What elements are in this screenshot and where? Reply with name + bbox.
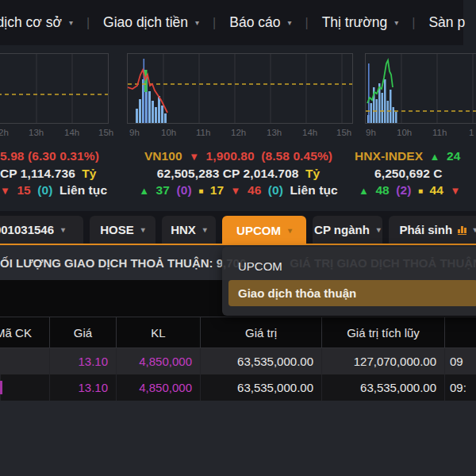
cell-time: 09 <box>444 348 476 374</box>
x-tick: 9h <box>366 128 376 137</box>
x-tick: 11h <box>432 128 447 137</box>
tab-phai-sinh[interactable]: Phái sinh ▾ <box>389 216 476 244</box>
decliners-count: 46 <box>248 183 261 197</box>
x-tick: 13h <box>267 128 282 137</box>
empty-footer-area <box>0 401 476 476</box>
col-header-kl: KL <box>116 317 200 347</box>
nav-label: Báo cáo <box>229 14 280 31</box>
deal-volume-text: ỐI LƯỢNG GIAO DỊCH THOẢ THUẬN: 9,700 <box>0 256 246 270</box>
index-hnx-title: HNX-INDEX ▲ 24 <box>355 149 463 163</box>
index-vn100-volume: 62,505,283 CP 2,014.708 Tỷ <box>127 167 353 181</box>
volume-value: CP 1,114.736 <box>0 167 75 180</box>
ceiling-count: (2) <box>396 183 411 197</box>
nav-label: Giao dịch tiền <box>103 14 188 31</box>
down-arrow-icon: ▼ <box>0 185 10 197</box>
cell-time: 09: <box>444 374 476 401</box>
down-arrow-icon: ▼ <box>189 151 199 163</box>
tab-label: HOSE <box>100 223 134 236</box>
x-tick: 10h <box>161 128 176 137</box>
chart-x-axis-labels: 2h 13h 14h 15h 9h 10h 11h 12h 13h 14h 15… <box>0 128 476 140</box>
cell-volume: 4,850,000 <box>116 348 200 374</box>
chevron-down-icon: ▾ <box>288 226 292 235</box>
upcom-dropdown-menu: UPCOM Giao dịch thỏa thuận <box>222 247 476 316</box>
volume-value: 62,505,283 CP 2,014.708 <box>157 167 299 180</box>
tab-upcom[interactable]: UPCOM ▾ <box>222 216 306 245</box>
cell-value: 63,535,000.00 <box>200 374 321 401</box>
down-arrow-icon: ▼ <box>450 185 460 197</box>
x-tick: 13h <box>29 128 44 137</box>
nav-label: o dịch cơ sở <box>0 14 62 31</box>
index-chart-vn100 <box>127 53 353 124</box>
index-vn100-breadth: ▲ 37 (0) ■ 17 ▼ 46 (0) Liên tục <box>127 183 353 198</box>
index-left-volume: CP 1,114.736 Tỷ <box>0 167 100 181</box>
tab-hose[interactable]: HOSE ▾ <box>90 216 155 244</box>
nav-item-thi-truong[interactable]: Thị trường ▾ <box>309 14 413 31</box>
volume-unit: Tỷ <box>82 167 96 180</box>
col-header-gia: Giá <box>49 317 116 347</box>
index-value: 24 <box>447 149 460 163</box>
nav-item-san-phai-sinh[interactable]: Sàn p <box>415 14 476 31</box>
x-tick: 1 <box>469 128 474 137</box>
col-header-gia-tri: Giá trị <box>200 317 321 347</box>
index-name: VN100 <box>144 149 182 163</box>
chevron-down-icon: ▾ <box>203 225 207 234</box>
session-status: Liên tục <box>290 183 338 197</box>
tab-hnx[interactable]: HNX ▾ <box>162 216 216 244</box>
index-name: HNX-INDEX <box>355 149 423 163</box>
tab-label: HNX <box>171 223 196 236</box>
x-tick: 15h <box>98 128 113 137</box>
cell-cumulative-value: 127,070,000.00 <box>321 348 444 374</box>
top-nav: o dịch cơ sở ▾ | Giao dịch tiền ▾ | Báo … <box>0 0 463 45</box>
deal-table-row[interactable]: 13.10 4,850,000 63,535,000.00 63,535,000… <box>0 374 476 401</box>
x-tick: 11h <box>196 128 210 137</box>
nav-item-giao-dich-tien[interactable]: Giao dịch tiền ▾ <box>90 14 213 31</box>
decliners-count: 15 <box>17 183 30 197</box>
tab-label: CP ngành <box>314 223 370 236</box>
col-header-time <box>444 317 476 347</box>
chevron-down-icon: ▾ <box>287 18 291 27</box>
nav-item-giao-dich-co-so[interactable]: o dịch cơ sở ▾ <box>0 14 86 31</box>
up-arrow-icon: ▲ <box>359 185 369 197</box>
up-arrow-icon: ▲ <box>430 151 440 163</box>
dropdown-item-upcom[interactable]: UPCOM <box>228 253 476 279</box>
ticker-fragment <box>0 381 2 394</box>
col-header-ma-ck: Mã CK <box>0 317 49 347</box>
unchanged-count: 17 <box>210 183 224 197</box>
x-tick: 14h <box>302 128 317 137</box>
index-hnx-volume: 6,250,692 C <box>374 167 446 181</box>
x-tick: 12h <box>231 128 246 137</box>
down-arrow-icon: ▼ <box>231 185 241 197</box>
volume-value: 6,250,692 C <box>374 167 443 180</box>
dropdown-item-giao-dich-thoa-thuan[interactable]: Giao dịch thỏa thuận <box>228 280 476 306</box>
index-vn100-title: VN100 ▼ 1,900.80 (8.58 0.45%) <box>127 149 353 163</box>
nav-label: Thị trường <box>322 14 388 31</box>
col-header-tich-luy: Giá trị tích lũy <box>321 317 444 347</box>
tab-label: Phái sinh <box>399 223 452 236</box>
cell-value: 63,535,000.00 <box>200 348 321 374</box>
x-tick: 10h <box>397 128 412 137</box>
market-tab-bar: 001031546 ▾ HOSE ▾ HNX ▾ UPCOM ▾ CP ngàn… <box>0 211 476 245</box>
tab-label: 001031546 <box>0 223 54 236</box>
tab-account[interactable]: 001031546 ▾ <box>0 216 83 244</box>
chevron-down-icon: ▾ <box>69 18 73 27</box>
chevron-down-icon: ▾ <box>61 225 65 234</box>
nav-item-bao-cao[interactable]: Báo cáo ▾ <box>216 14 305 31</box>
up-arrow-icon: ▲ <box>139 185 149 197</box>
tab-cp-nganh[interactable]: CP ngành ▾ <box>313 216 382 244</box>
bar-chart-icon <box>458 225 466 235</box>
cell-price: 13.10 <box>49 348 116 374</box>
floor-count: (0) <box>268 183 283 197</box>
deal-table-header: Mã CK Giá KL Giá trị Giá trị tích lũy <box>0 317 476 348</box>
chevron-down-icon: ▾ <box>141 225 145 234</box>
flat-square-icon: ■ <box>198 186 203 195</box>
deal-table-row[interactable]: 13.10 4,850,000 63,535,000.00 127,070,00… <box>0 348 476 374</box>
cell-ticker <box>0 348 49 374</box>
index-chart-hnx <box>365 53 476 124</box>
chevron-down-icon: ▾ <box>377 225 381 234</box>
index-change-value: (8.58 0.45%) <box>261 149 332 163</box>
volume-unit: Tỷ <box>305 167 320 180</box>
x-tick: 14h <box>64 128 79 137</box>
index-hnx-breadth: ▲ 48 (2) ■ 44 ▼ <box>359 183 463 198</box>
chevron-down-icon: ▾ <box>474 225 476 234</box>
chevron-down-icon: ▾ <box>394 18 398 27</box>
